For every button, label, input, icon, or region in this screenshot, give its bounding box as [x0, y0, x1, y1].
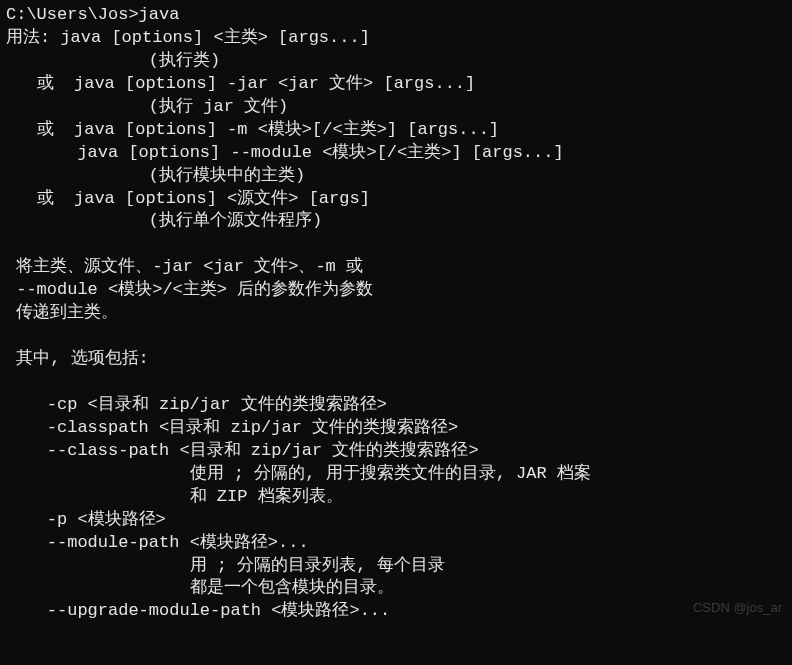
terminal-line: (执行 jar 文件): [6, 96, 786, 119]
terminal-line: (执行单个源文件程序): [6, 210, 786, 233]
terminal-line: 使用 ; 分隔的, 用于搜索类文件的目录, JAR 档案: [6, 463, 786, 486]
terminal-line: 用 ; 分隔的目录列表, 每个目录: [6, 555, 786, 578]
terminal-line: --class-path <目录和 zip/jar 文件的类搜索路径>: [6, 440, 786, 463]
terminal-line: [6, 325, 786, 348]
terminal-line: 其中, 选项包括:: [6, 348, 786, 371]
terminal-line: C:\Users\Jos>java: [6, 4, 786, 27]
terminal-line: -p <模块路径>: [6, 509, 786, 532]
terminal-output: C:\Users\Jos>java用法: java [options] <主类>…: [0, 0, 792, 627]
terminal-line: (执行类): [6, 50, 786, 73]
terminal-line: java [options] --module <模块>[/<主类>] [arg…: [6, 142, 786, 165]
terminal-line: 和 ZIP 档案列表。: [6, 486, 786, 509]
terminal-line: --module <模块>/<主类> 后的参数作为参数: [6, 279, 786, 302]
terminal-line: [6, 233, 786, 256]
terminal-line: (执行模块中的主类): [6, 165, 786, 188]
terminal-line: -cp <目录和 zip/jar 文件的类搜索路径>: [6, 394, 786, 417]
terminal-line: [6, 371, 786, 394]
terminal-line: 将主类、源文件、-jar <jar 文件>、-m 或: [6, 256, 786, 279]
terminal-line: 传递到主类。: [6, 302, 786, 325]
terminal-line: -classpath <目录和 zip/jar 文件的类搜索路径>: [6, 417, 786, 440]
terminal-line: 或 java [options] -jar <jar 文件> [args...]: [6, 73, 786, 96]
terminal-line: 或 java [options] -m <模块>[/<主类>] [args...…: [6, 119, 786, 142]
terminal-line: --module-path <模块路径>...: [6, 532, 786, 555]
terminal-line: --upgrade-module-path <模块路径>...: [6, 600, 786, 623]
terminal-line: 都是一个包含模块的目录。: [6, 577, 786, 600]
terminal-line: 用法: java [options] <主类> [args...]: [6, 27, 786, 50]
terminal-line: 或 java [options] <源文件> [args]: [6, 188, 786, 211]
